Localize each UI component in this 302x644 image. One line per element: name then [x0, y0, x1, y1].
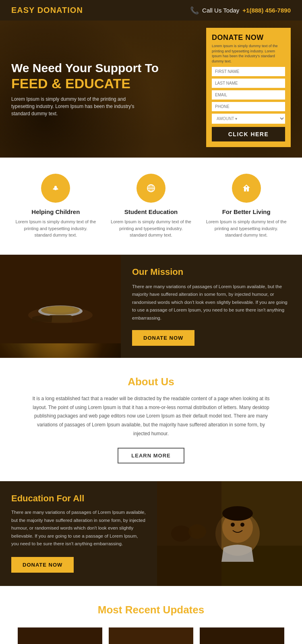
feature-title-0: Helping Children: [15, 208, 96, 215]
hero-title-line1: We Need Your Support To: [11, 61, 159, 75]
update-card-1: Lorem Ipsum is simply dummy text of the …: [109, 627, 193, 644]
svg-point-26: [188, 524, 206, 539]
about-title-normal: About: [128, 376, 158, 388]
mission-title-normal: Our: [132, 267, 148, 277]
feature-helping-children: Helping Children Lorem Ipsum is simply d…: [15, 174, 96, 239]
updates-grid: Lorem Ipsum is simply dummy text of the …: [11, 627, 291, 644]
updates-title: Most Recent Updates: [11, 604, 291, 616]
better-living-icon: [232, 174, 261, 203]
education-title: Education For All: [11, 493, 146, 504]
features-section: Helping Children Lorem Ipsum is simply d…: [0, 158, 302, 255]
education-content: Education For All There are many variati…: [0, 481, 157, 586]
phone-input[interactable]: [212, 102, 285, 111]
mission-content: Our Mission There are many variations of…: [121, 255, 302, 358]
svg-point-8: [246, 186, 247, 187]
education-description: There are many variations of passages of…: [11, 509, 146, 548]
education-image-inner: [157, 481, 302, 586]
lastname-input[interactable]: [212, 79, 285, 88]
feature-student-education: Student Education Lorem Ipsum is simply …: [111, 174, 191, 239]
svg-rect-41: [200, 627, 284, 644]
header-phone: 📞 Call Us Today +1(888) 456-7890: [190, 6, 291, 15]
site-header: EASY DONATION 📞 Call Us Today +1(888) 45…: [0, 0, 302, 21]
donate-form-title: DONATE NOW: [212, 33, 285, 42]
about-title: About Us: [24, 376, 278, 388]
helping-children-icon: [41, 174, 70, 203]
feature-desc-2: Lorem Ipsum is simply dummy text of the …: [206, 218, 287, 239]
mission-title: Our Mission: [132, 267, 291, 277]
phone-icon: 📞: [190, 6, 199, 15]
hero-section: We Need Your Support To FEED & EDUCATE L…: [0, 21, 302, 158]
updates-title-highlight: Updates: [163, 604, 205, 616]
svg-point-1: [54, 186, 57, 188]
student-education-icon: [137, 174, 165, 203]
update-image-2: [200, 627, 284, 644]
about-description: It is a long established fact that a rea…: [30, 395, 272, 438]
about-section: About Us It is a long established fact t…: [0, 358, 302, 481]
mission-description: There are many variations of passages of…: [132, 283, 291, 322]
update-image-0: [18, 627, 102, 644]
learn-more-button[interactable]: LEARN MORE: [118, 448, 184, 463]
education-title-normal: For All: [56, 493, 84, 503]
phone-number: +1(888) 456-7890: [242, 7, 291, 14]
amount-select[interactable]: AMOUNT ▾ $10 $25 $50 $100 Other: [212, 114, 285, 124]
mission-image-inner: [0, 255, 121, 358]
mission-title-highlight: Mission: [150, 267, 183, 277]
feature-title-1: Student Education: [111, 208, 191, 215]
update-image-1: [109, 627, 193, 644]
updates-title-normal: Most Recent: [98, 604, 160, 616]
firstname-input[interactable]: [212, 67, 285, 76]
updates-section: Most Recent Updates: [0, 586, 302, 644]
donate-form-description: Lorem Ipsum is simply dummy text of the …: [212, 44, 285, 64]
feature-desc-1: Lorem Ipsum is simply dummy text of the …: [111, 218, 191, 239]
mission-image: [0, 255, 121, 358]
feature-title-2: For Better Living: [206, 208, 287, 215]
email-input[interactable]: [212, 90, 285, 100]
about-title-highlight: Us: [161, 376, 174, 388]
svg-rect-36: [109, 627, 193, 644]
svg-rect-31: [18, 627, 102, 644]
click-here-button[interactable]: CLICK HERE: [212, 127, 285, 141]
education-image: [157, 481, 302, 586]
logo: EASY DONATION: [11, 6, 83, 15]
donate-form: DONATE NOW Lorem Ipsum is simply dummy t…: [206, 28, 291, 147]
update-card-2: Lorem Ipsum is simply dummy text of the …: [200, 627, 284, 644]
svg-rect-15: [0, 255, 121, 343]
logo-donation: DONATION: [37, 6, 83, 15]
logo-easy: EASY: [11, 6, 35, 15]
mission-section: Our Mission There are many variations of…: [0, 255, 302, 358]
education-donate-button[interactable]: DONATE NOW: [11, 557, 74, 573]
education-section: Education For All There are many variati…: [0, 481, 302, 586]
mission-donate-button[interactable]: DONATE NOW: [132, 330, 194, 346]
call-label: Call Us Today: [202, 7, 239, 14]
feature-desc-0: Lorem Ipsum is simply dummy text of the …: [15, 218, 96, 239]
feature-better-living: For Better Living Lorem Ipsum is simply …: [206, 174, 287, 239]
education-title-highlight: Education: [11, 493, 54, 503]
svg-point-25: [171, 526, 191, 542]
update-card-0: Lorem Ipsum is simply dummy text of the …: [18, 627, 102, 644]
hero-description: Lorem Ipsum is simply dummy text of the …: [11, 96, 140, 117]
